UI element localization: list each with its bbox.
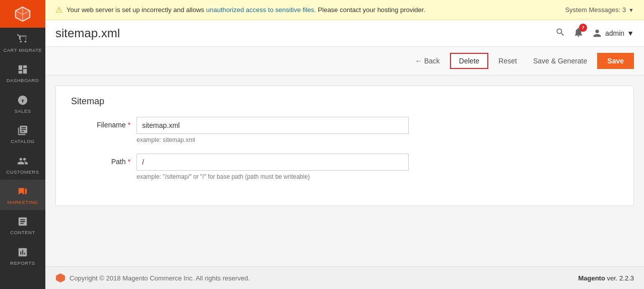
footer-magento-icon <box>55 273 66 283</box>
footer-version: Magento ver. 2.2.3 <box>578 274 634 282</box>
section-title: Sitemap <box>71 96 618 107</box>
customers-icon <box>17 156 28 167</box>
footer: Copyright © 2018 Magento Commerce Inc. A… <box>45 266 644 289</box>
header-actions: 7 admin ▼ <box>555 27 634 40</box>
sidebar-item-label: REPORTS <box>10 260 35 266</box>
search-icon <box>555 27 565 37</box>
alert-left: ⚠ Your web server is set up incorrectly … <box>55 5 425 15</box>
admin-menu-button[interactable]: admin ▼ <box>592 28 634 39</box>
path-label: Path <box>111 158 126 166</box>
sales-icon <box>17 95 28 106</box>
path-label-wrap: Path * <box>71 154 137 166</box>
system-messages-dropdown-icon[interactable]: ▼ <box>628 7 634 13</box>
alert-link[interactable]: unauthorized access to sensitive files. <box>206 6 316 14</box>
footer-logo: Copyright © 2018 Magento Commerce Inc. A… <box>55 273 250 283</box>
alert-message: Your web server is set up incorrectly an… <box>67 6 425 14</box>
path-input[interactable] <box>137 154 409 171</box>
sidebar: CART MIGRATE DASHBOARD SALES CATALOG CUS… <box>0 0 45 289</box>
save-generate-button[interactable]: Save & Generate <box>527 54 593 68</box>
catalog-icon <box>17 125 28 136</box>
content-icon <box>17 216 28 227</box>
sidebar-item-marketing[interactable]: MARKETING <box>0 180 45 210</box>
filename-required: * <box>128 121 131 129</box>
sidebar-item-label: CART MIGRATE <box>4 47 42 53</box>
filename-row: Filename * example: sitemap.xml <box>71 117 618 143</box>
admin-dropdown-icon: ▼ <box>627 29 634 37</box>
sidebar-item-label: MARKETING <box>8 199 38 205</box>
path-row: Path * example: "/sitemap/" or "/" for b… <box>71 154 618 180</box>
alert-banner: ⚠ Your web server is set up incorrectly … <box>45 0 644 20</box>
notification-button[interactable]: 7 <box>573 27 584 40</box>
warning-icon: ⚠ <box>55 5 62 15</box>
form-section: Sitemap Filename * example: sitemap.xml … <box>55 86 634 206</box>
footer-version-label: Magento <box>578 274 605 282</box>
marketing-icon <box>17 186 28 197</box>
sidebar-item-reports[interactable]: REPORTS <box>0 241 45 271</box>
save-button[interactable]: Save <box>597 53 634 69</box>
content-area: ← Back Delete Reset Save & Generate Save… <box>45 47 644 266</box>
filename-hint: example: sitemap.xml <box>137 136 409 143</box>
sidebar-item-catalog[interactable]: CATALOG <box>0 119 45 149</box>
user-icon <box>592 28 603 39</box>
sidebar-item-dashboard[interactable]: DASHBOARD <box>0 58 45 88</box>
path-hint: example: "/sitemap/" or "/" for base pat… <box>137 173 409 180</box>
sidebar-logo <box>0 0 45 28</box>
magento-logo-icon <box>14 5 32 23</box>
sidebar-item-label: DASHBOARD <box>7 78 39 83</box>
system-messages[interactable]: System Messages: 3 ▼ <box>565 6 634 14</box>
reset-button[interactable]: Reset <box>492 54 523 68</box>
footer-version-number: ver. 2.2.3 <box>607 274 634 282</box>
cart-icon <box>17 34 28 45</box>
dashboard-icon <box>17 64 28 75</box>
search-button[interactable] <box>555 27 565 40</box>
back-button[interactable]: ← Back <box>409 54 446 68</box>
delete-button[interactable]: Delete <box>450 53 488 69</box>
sidebar-item-label: CONTENT <box>10 230 35 235</box>
system-messages-label: System Messages: 3 <box>565 6 626 14</box>
filename-field-wrap: example: sitemap.xml <box>137 117 409 143</box>
sidebar-item-content[interactable]: CONTENT <box>0 210 45 240</box>
page-title: sitemap.xml <box>55 26 120 40</box>
back-arrow-icon: ← <box>415 57 422 65</box>
admin-label: admin <box>605 29 624 37</box>
sidebar-item-customers[interactable]: CUSTOMERS <box>0 150 45 180</box>
path-required: * <box>128 158 131 166</box>
filename-label-wrap: Filename * <box>71 117 137 129</box>
sidebar-item-label: SALES <box>14 108 31 114</box>
sidebar-item-label: CATALOG <box>11 138 35 144</box>
main-content: ⚠ Your web server is set up incorrectly … <box>45 0 644 289</box>
sidebar-item-cart-migrate[interactable]: CART MIGRATE <box>0 28 45 58</box>
notification-badge: 7 <box>579 24 587 32</box>
reports-icon <box>17 247 28 258</box>
filename-label: Filename <box>97 121 126 129</box>
filename-input[interactable] <box>137 117 409 134</box>
path-field-wrap: example: "/sitemap/" or "/" for base pat… <box>137 154 409 180</box>
top-header: sitemap.xml 7 admin ▼ <box>45 20 644 47</box>
sidebar-item-sales[interactable]: SALES <box>0 89 45 119</box>
toolbar: ← Back Delete Reset Save & Generate Save <box>45 47 644 76</box>
footer-copyright: Copyright © 2018 Magento Commerce Inc. A… <box>70 274 250 282</box>
sidebar-item-label: CUSTOMERS <box>6 169 39 175</box>
